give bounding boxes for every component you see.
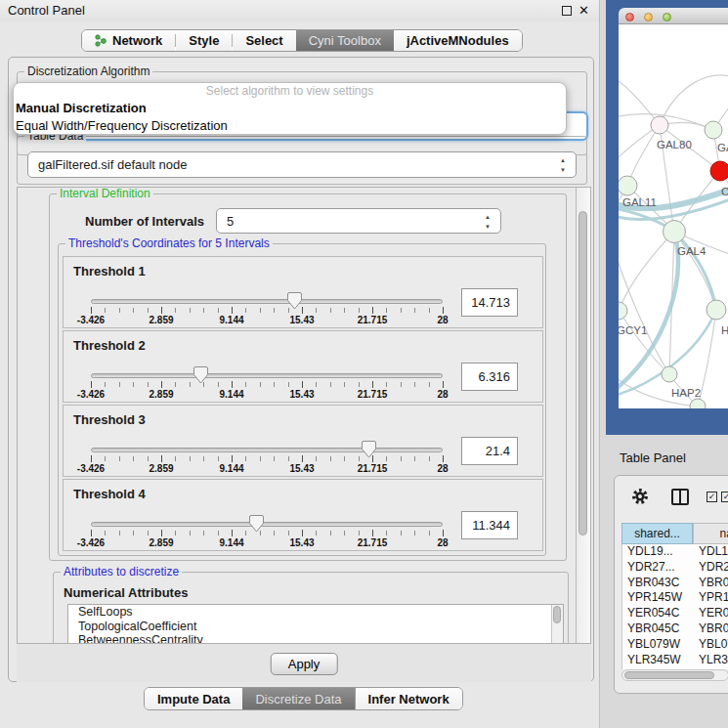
node-red-selected[interactable]: [710, 161, 728, 181]
column-header-shared-name[interactable]: shared...: [621, 523, 693, 544]
slider-track[interactable]: [91, 299, 443, 304]
slider-thumb[interactable]: [362, 441, 376, 458]
table-row[interactable]: YER054CYER054C: [622, 606, 728, 621]
table-cell[interactable]: YBL079W: [622, 637, 694, 653]
node-gal11[interactable]: [619, 176, 637, 195]
slider-thumb[interactable]: [249, 515, 264, 533]
table-rows: YDL19...YDL19...YDR27...YDR27...YBR043CY…: [621, 544, 728, 669]
table-cell[interactable]: YBR043C: [622, 576, 694, 591]
threshold-label: Threshold 3: [73, 412, 146, 427]
slider-thumb[interactable]: [193, 366, 208, 384]
table-cell[interactable]: YBR045C: [622, 621, 694, 637]
table-cell[interactable]: YLR345W: [694, 653, 728, 668]
tab-jactivemnodules[interactable]: jActiveMNodules: [394, 30, 522, 51]
close-traffic-light-icon[interactable]: [625, 13, 634, 21]
node-gal80[interactable]: [651, 116, 668, 134]
split-panel-icon[interactable]: [671, 489, 689, 505]
threshold-slider[interactable]: -3.4262.8599.14415.4321.71528: [91, 515, 443, 550]
tab-cyni-toolbox[interactable]: Cyni Toolbox: [296, 30, 394, 51]
major-tick: [443, 307, 444, 314]
table-data-combobox[interactable]: galFiltered.sif default node ▲▼: [27, 151, 577, 178]
threshold-value-field[interactable]: 21.4: [461, 437, 518, 465]
table-row[interactable]: YLR345WYLR345W: [622, 653, 728, 668]
attribute-item[interactable]: SelfLoops: [68, 605, 563, 620]
major-tick: [443, 530, 444, 536]
tab-impute-data[interactable]: Impute Data: [145, 688, 242, 709]
tab-style[interactable]: Style: [176, 30, 232, 51]
network-canvas[interactable]: GAL80 GA C GAL11 GAL4 GCY1 H HAP2: [619, 24, 728, 408]
slider-track[interactable]: [91, 522, 443, 527]
table-cell[interactable]: YBR043C: [694, 576, 728, 591]
threshold-value-field[interactable]: 6.316: [461, 363, 518, 391]
table-cell[interactable]: YLR345W: [622, 653, 694, 668]
slider-track[interactable]: [91, 448, 443, 452]
table-row[interactable]: YDR27...YDR27...: [622, 560, 728, 576]
table-cell[interactable]: YDR27...: [622, 560, 694, 576]
float-window-icon[interactable]: [562, 6, 572, 16]
column-header-name[interactable]: name: [693, 523, 728, 544]
slider-track[interactable]: [91, 373, 443, 378]
table-cell[interactable]: YDL19...: [622, 544, 694, 560]
table-cell[interactable]: YBL079W: [694, 637, 728, 653]
table-cell[interactable]: YER054C: [622, 606, 694, 621]
tab-select[interactable]: Select: [233, 30, 295, 51]
tab-infer-network[interactable]: Infer Network: [356, 688, 462, 709]
table-row[interactable]: YBR043CYBR043C: [622, 576, 728, 591]
checked-box-icon[interactable]: ✓: [707, 492, 717, 502]
panel-scrollbar[interactable]: [576, 188, 590, 643]
number-of-intervals-spinner[interactable]: 5 ▲▼: [216, 208, 501, 234]
node-label-h: H: [721, 324, 728, 336]
threshold-value-field[interactable]: 11.344: [461, 511, 518, 539]
scrollbar-thumb[interactable]: [624, 671, 714, 679]
tick-label: -3.426: [77, 315, 105, 325]
algorithm-option-manual[interactable]: Manual Discretization: [14, 100, 566, 117]
threshold-slider[interactable]: -3.4262.8599.14415.4321.71528: [91, 366, 443, 402]
table-cell[interactable]: YER054C: [694, 606, 728, 621]
table-row[interactable]: YDL19...YDL19...: [622, 544, 728, 560]
tab-cyni-toolbox-label: Cyni Toolbox: [309, 33, 381, 48]
scrollbar-thumb[interactable]: [578, 211, 587, 535]
scrollbar-thumb[interactable]: [553, 606, 561, 623]
tab-discretize-data[interactable]: Discretize Data: [242, 688, 354, 709]
attribute-item[interactable]: BetweennessCentrality: [68, 633, 563, 644]
minimize-traffic-light-icon[interactable]: [644, 13, 653, 21]
tick-label: 28: [437, 315, 448, 325]
table-panel: ✓ ✓ shared... name YDL19...YDL19...YDR27…: [614, 475, 728, 694]
algorithm-option-equal-width[interactable]: Equal Width/Frequency Discretization: [14, 117, 566, 135]
table-cell[interactable]: YDR27...: [694, 560, 728, 576]
threshold-value-field[interactable]: 14.713: [461, 288, 518, 317]
table-hscrollbar[interactable]: [621, 669, 728, 681]
tab-network[interactable]: Network: [82, 30, 175, 51]
attributes-scrollbar[interactable]: [551, 605, 563, 644]
network-window-titlebar: [619, 8, 728, 24]
node-gcy1[interactable]: [619, 302, 627, 320]
zoom-traffic-light-icon[interactable]: [663, 13, 671, 21]
node-hap2[interactable]: [662, 366, 677, 382]
network-graph: GAL80 GA C GAL11 GAL4 GCY1 H HAP2: [619, 24, 728, 408]
threshold-slider[interactable]: -3.4262.8599.14415.4321.71528: [91, 441, 443, 476]
threshold-panel: Threshold 4 -3.4262.8599.14415.4321.7152…: [63, 479, 543, 551]
attribute-item[interactable]: TopologicalCoefficient: [68, 620, 563, 634]
gear-icon[interactable]: [630, 487, 650, 506]
node-ga[interactable]: [705, 121, 722, 139]
table-row[interactable]: YBL079WYBL079W: [622, 637, 728, 653]
apply-button[interactable]: Apply: [271, 653, 338, 675]
table-cell[interactable]: YPR145W: [622, 590, 694, 606]
table-cell[interactable]: YBR045C: [694, 621, 728, 637]
major-tick: [302, 381, 303, 388]
numerical-attributes-list[interactable]: SelfLoopsTopologicalCoefficientBetweenne…: [67, 604, 564, 644]
close-icon[interactable]: ✕: [578, 3, 589, 19]
node-gal4[interactable]: [664, 221, 686, 243]
node-h[interactable]: [707, 300, 726, 320]
table-row[interactable]: YPR145WYPR145W: [622, 590, 728, 606]
table-row[interactable]: YBR045CYBR045C: [622, 621, 728, 637]
table-cell[interactable]: YPR145W: [694, 590, 728, 606]
tick-label: 28: [437, 537, 448, 548]
tick-label: 2.859: [149, 315, 173, 325]
slider-thumb[interactable]: [287, 292, 302, 310]
checked-box-icon[interactable]: ✓: [721, 492, 728, 502]
table-cell[interactable]: YDL19...: [694, 544, 728, 560]
tab-network-label: Network: [112, 33, 162, 48]
threshold-slider[interactable]: -3.4262.8599.14415.4321.71528: [91, 292, 443, 327]
tab-discretize-data-label: Discretize Data: [255, 692, 341, 707]
